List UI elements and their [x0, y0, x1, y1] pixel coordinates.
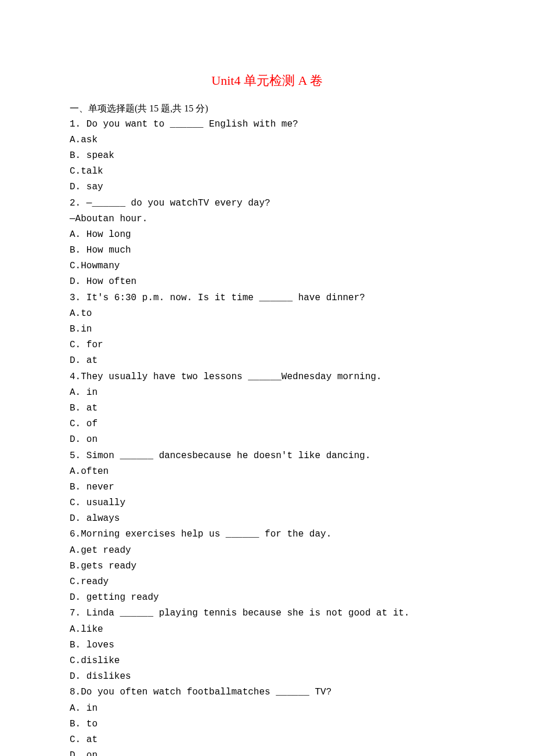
- option-b: B.gets ready: [70, 559, 464, 574]
- option-d: D. on: [70, 432, 464, 448]
- question-block: 8.Do you often watch footballmatches ___…: [70, 685, 464, 756]
- question-text: 1. Do you want to ______ English with me…: [70, 117, 464, 132]
- option-a: A.to: [70, 306, 464, 322]
- option-c: C.ready: [70, 574, 464, 590]
- question-block: 2. —______ do you watchTV every day? —Ab…: [70, 196, 464, 290]
- option-a: A.like: [70, 622, 464, 638]
- document-page: Unit4 单元检测 A 卷 一、单项选择题(共 15 题,共 15 分) 1.…: [0, 0, 534, 756]
- option-d: D. dislikes: [70, 669, 464, 685]
- option-b: B.in: [70, 322, 464, 337]
- option-b: B. never: [70, 480, 464, 495]
- option-a: A.often: [70, 464, 464, 480]
- option-b: B. How much: [70, 243, 464, 258]
- question-text: 3. It's 6:30 p.m. now. Is it time ______…: [70, 290, 464, 306]
- option-c: C.Howmany: [70, 258, 464, 274]
- question-text: 7. Linda ______ playing tennis because s…: [70, 606, 464, 621]
- question-block: 6.Morning exercises help us ______ for t…: [70, 527, 464, 606]
- option-d: D. getting ready: [70, 590, 464, 606]
- option-c: C. usually: [70, 495, 464, 511]
- option-c: C. at: [70, 732, 464, 748]
- section-header: 一、单项选择题(共 15 题,共 15 分): [70, 100, 464, 116]
- option-a: A. How long: [70, 227, 464, 243]
- option-a: A. in: [70, 701, 464, 717]
- option-d: D. say: [70, 179, 464, 195]
- option-c: C.dislike: [70, 653, 464, 669]
- option-c: C. of: [70, 416, 464, 432]
- question-text: 2. —______ do you watchTV every day?: [70, 196, 464, 211]
- question-block: 5. Simon ______ dancesbecause he doesn't…: [70, 448, 464, 527]
- question-text: 8.Do you often watch footballmatches ___…: [70, 685, 464, 700]
- option-b: B. to: [70, 717, 464, 732]
- question-block: 1. Do you want to ______ English with me…: [70, 117, 464, 196]
- option-a: A.ask: [70, 132, 464, 148]
- option-d: D. always: [70, 511, 464, 527]
- option-a: A.get ready: [70, 543, 464, 559]
- option-d: D. on: [70, 748, 464, 756]
- question-block: 4.They usually have two lessons ______We…: [70, 369, 464, 448]
- question-text: 6.Morning exercises help us ______ for t…: [70, 527, 464, 542]
- question-text: 4.They usually have two lessons ______We…: [70, 369, 464, 385]
- option-c: C.talk: [70, 164, 464, 179]
- option-a: A. in: [70, 385, 464, 401]
- question-block: 7. Linda ______ playing tennis because s…: [70, 606, 464, 685]
- page-title: Unit4 单元检测 A 卷: [70, 70, 464, 91]
- question-block: 3. It's 6:30 p.m. now. Is it time ______…: [70, 290, 464, 369]
- question-text: —Aboutan hour.: [70, 211, 464, 227]
- option-b: B. speak: [70, 148, 464, 164]
- option-d: D. How often: [70, 274, 464, 290]
- option-b: B. at: [70, 401, 464, 416]
- option-d: D. at: [70, 353, 464, 369]
- question-text: 5. Simon ______ dancesbecause he doesn't…: [70, 448, 464, 464]
- option-b: B. loves: [70, 638, 464, 653]
- option-c: C. for: [70, 337, 464, 353]
